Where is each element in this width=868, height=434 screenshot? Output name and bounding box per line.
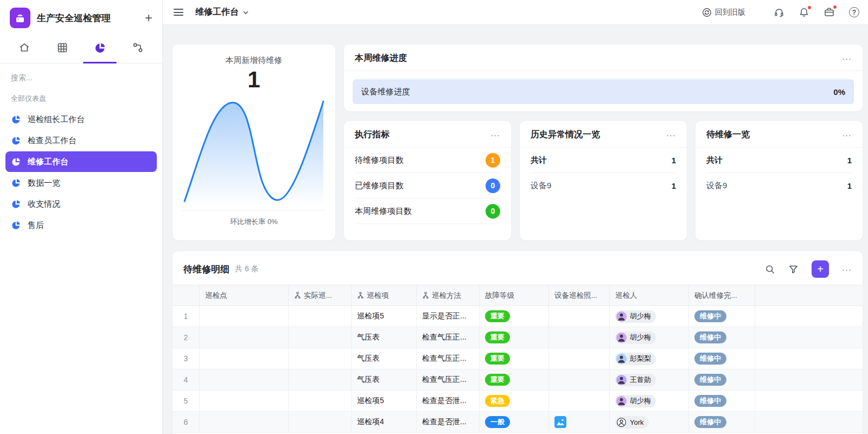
photo-thumbnail[interactable] — [554, 416, 566, 428]
sidebar-item-label: 维修工作台 — [28, 157, 68, 167]
tab-tables[interactable] — [43, 35, 81, 63]
support-headset-icon[interactable] — [774, 7, 784, 18]
help-icon[interactable]: ? — [849, 7, 859, 17]
stat-divider — [182, 210, 326, 210]
cell-device-photo[interactable] — [549, 327, 610, 348]
cell-repair-status[interactable]: 维修中 — [689, 412, 755, 432]
cell-inspection-item[interactable]: 气压表 — [352, 327, 417, 348]
cell-inspection-method[interactable]: 检查气压正... — [417, 369, 480, 390]
cell-inspection-method[interactable]: 检查是否泄... — [417, 412, 480, 432]
cell-inspection-method[interactable]: 显示是否正... — [417, 306, 480, 327]
cell-fault-severity[interactable]: 重要 — [480, 327, 549, 348]
more-icon[interactable]: ··· — [490, 131, 500, 139]
column-label: 巡检项 — [367, 291, 389, 301]
workbench-briefcase-icon[interactable] — [824, 7, 835, 18]
cell-inspector[interactable]: 王首勋 — [610, 369, 689, 390]
tab-workflow[interactable] — [119, 35, 157, 63]
add-record-button[interactable]: + — [812, 260, 829, 278]
cell-repair-status[interactable]: 维修中 — [689, 391, 755, 411]
sidebar-item-维修工作台[interactable]: 维修工作台 — [5, 151, 157, 172]
cell-device-photo[interactable] — [549, 348, 610, 369]
person-chip: 胡少梅 — [615, 310, 656, 323]
row-number[interactable]: 2 — [173, 327, 200, 348]
cell-device-photo[interactable] — [549, 369, 610, 390]
column-header-故障等级[interactable]: 故障等级 — [480, 285, 549, 305]
cell-repair-status[interactable]: 维修中 — [689, 348, 755, 369]
column-header-设备巡检照...[interactable]: 设备巡检照... — [549, 285, 610, 305]
sidebar-item-收支情况[interactable]: 收支情况 — [5, 194, 157, 214]
row-number[interactable]: 1 — [173, 306, 200, 327]
row-number[interactable]: 6 — [173, 412, 200, 432]
cell-repair-status[interactable]: 维修中 — [689, 327, 755, 348]
metric-label: 已维修项目数 — [355, 181, 404, 191]
cell-inspection-item[interactable]: 气压表 — [352, 348, 417, 369]
cell-inspection-point[interactable] — [200, 306, 289, 327]
filter-icon[interactable] — [788, 264, 799, 275]
column-header-实际巡...[interactable]: 实际巡... — [289, 285, 352, 305]
cell-fault-severity[interactable]: 重要 — [480, 348, 549, 369]
back-to-old-version-button[interactable]: 回到旧版 — [699, 8, 745, 17]
search-icon[interactable] — [765, 264, 775, 275]
cell-inspection-point[interactable] — [200, 327, 289, 348]
column-header-巡检方法[interactable]: 巡检方法 — [417, 285, 480, 305]
add-app-button[interactable]: + — [145, 11, 152, 24]
cell-inspection-method[interactable]: 检查气压正... — [417, 348, 480, 369]
cell-repair-status[interactable]: 维修中 — [689, 306, 755, 327]
cell-inspection-item[interactable]: 巡检项5 — [352, 391, 417, 411]
cell-fault-severity[interactable]: 一般 — [480, 412, 549, 432]
cell-inspection-item[interactable]: 巡检项4 — [352, 412, 417, 432]
cell-fault-severity[interactable]: 重要 — [480, 369, 549, 390]
row-number[interactable]: 3 — [173, 348, 200, 369]
more-icon[interactable]: ··· — [842, 131, 852, 139]
cell-inspection-point[interactable] — [200, 348, 289, 369]
cell-inspector[interactable]: 胡少梅 — [610, 327, 689, 348]
cell-inspector[interactable]: 彭梨梨 — [610, 348, 689, 369]
notifications-bell-icon[interactable] — [799, 7, 809, 18]
cell-fault-severity[interactable]: 紧急 — [480, 391, 549, 411]
cell-inspection-point[interactable] — [200, 412, 289, 432]
cell-inspection-item[interactable]: 气压表 — [352, 369, 417, 390]
cell-inspector[interactable]: York — [610, 412, 689, 432]
avatar — [616, 375, 627, 385]
cell-inspection-method[interactable]: 检查是否泄... — [417, 391, 480, 411]
cell-actual-inspection[interactable] — [289, 327, 352, 348]
sidebar-item-检查员工作台[interactable]: 检查员工作台 — [5, 130, 157, 151]
dashboard-pie-icon — [11, 114, 21, 125]
cell-fault-severity[interactable]: 重要 — [480, 306, 549, 327]
cell-device-photo[interactable] — [549, 306, 610, 327]
column-header-确认维修完...[interactable]: 确认维修完... — [689, 285, 755, 305]
cell-actual-inspection[interactable] — [289, 369, 352, 390]
cell-device-photo[interactable] — [549, 412, 610, 432]
metric-count-badge: 0 — [486, 178, 500, 193]
row-number[interactable]: 5 — [173, 391, 200, 411]
column-header-巡检人[interactable]: 巡检人 — [610, 285, 689, 305]
sidebar-item-售后[interactable]: 售后 — [5, 215, 157, 235]
tab-home[interactable] — [5, 35, 43, 63]
cell-actual-inspection[interactable] — [289, 306, 352, 327]
metric-label: 本周维修项目数 — [355, 206, 412, 216]
cell-inspection-item[interactable]: 巡检项5 — [352, 306, 417, 327]
sidebar-item-巡检组长工作台[interactable]: 巡检组长工作台 — [5, 109, 157, 130]
more-icon[interactable]: ··· — [666, 131, 676, 139]
row-number[interactable]: 4 — [173, 369, 200, 390]
cell-inspector[interactable]: 胡少梅 — [610, 306, 689, 327]
tab-dashboards[interactable] — [81, 35, 119, 63]
cell-inspection-point[interactable] — [200, 391, 289, 411]
cell-repair-status[interactable]: 维修中 — [689, 369, 755, 390]
cell-device-photo[interactable] — [549, 391, 610, 411]
cell-inspector[interactable]: 胡少梅 — [610, 391, 689, 411]
cell-actual-inspection[interactable] — [289, 412, 352, 432]
cell-inspection-method[interactable]: 检查气压正... — [417, 327, 480, 348]
cell-inspection-point[interactable] — [200, 369, 289, 390]
cell-actual-inspection[interactable] — [289, 391, 352, 411]
cell-actual-inspection[interactable] — [289, 348, 352, 369]
column-header-巡检点[interactable]: 巡检点 — [200, 285, 289, 305]
menu-icon[interactable] — [174, 7, 183, 18]
column-header-巡检项[interactable]: 巡检项 — [352, 285, 417, 305]
sidebar-item-数据一览[interactable]: 数据一览 — [5, 173, 157, 193]
more-icon[interactable]: ··· — [842, 54, 852, 62]
sidebar-search-input[interactable]: 搜索... — [0, 63, 162, 86]
chevron-down-icon[interactable] — [242, 9, 250, 16]
summary-row: 共计1 — [531, 148, 676, 173]
more-icon[interactable]: ··· — [842, 265, 852, 273]
